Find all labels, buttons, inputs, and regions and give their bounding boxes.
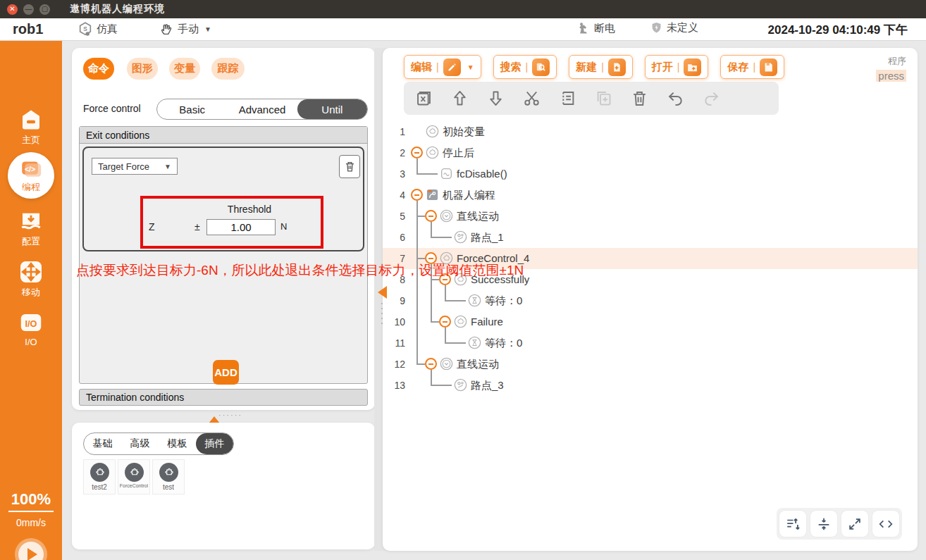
tree-row[interactable]: 4机器人编程 — [383, 185, 918, 206]
library-tab-插件[interactable]: 插件 — [196, 433, 233, 454]
tree-connector — [416, 311, 418, 332]
puzzle-icon — [125, 463, 144, 482]
button-separator: | — [753, 61, 755, 73]
robot-icon — [426, 188, 439, 201]
library-tab-基础[interactable]: 基础 — [84, 433, 121, 454]
robot-name: rob1 — [13, 21, 43, 37]
mode-selector[interactable]: 手动 ▼ — [159, 21, 211, 37]
tree-row-number: 9 — [387, 295, 405, 306]
program-corner: 程序 press — [876, 55, 906, 82]
redo-button — [702, 89, 721, 108]
collapse-toggle[interactable] — [411, 189, 423, 201]
puzzle-icon — [159, 463, 178, 482]
move-up-button[interactable] — [450, 89, 469, 108]
file-button-编辑[interactable]: 编辑|▼ — [404, 55, 481, 79]
play-button[interactable] — [15, 538, 47, 560]
collapse-toggle[interactable] — [425, 210, 437, 222]
sidebar-item-移动[interactable]: 移动 — [0, 259, 62, 299]
power-status[interactable]: 断电 — [576, 21, 615, 35]
pencil-icon — [443, 58, 461, 76]
tree-node-label: 直线运动 — [457, 210, 499, 223]
window-title: 遨博机器人编程环境 — [70, 3, 165, 15]
tree-row[interactable]: 5直线运动 — [383, 206, 918, 227]
tree-connector — [431, 290, 432, 311]
mode-tab-advanced[interactable]: Advanced — [227, 99, 297, 119]
file-button-搜索[interactable]: 搜索| — [493, 55, 557, 79]
window-close-button[interactable]: ✕ — [7, 4, 18, 15]
library-tab-高级[interactable]: 高级 — [121, 433, 159, 454]
program-name: press — [876, 70, 906, 82]
tree-row[interactable]: 10Failure — [383, 311, 918, 332]
cut-button[interactable] — [522, 89, 541, 108]
simulation-toggle[interactable]: S 仿真 — [78, 21, 118, 37]
paste-list-button[interactable] — [558, 89, 577, 108]
collapse-all-button[interactable] — [810, 511, 837, 537]
tree-row[interactable]: 11等待：0 — [383, 332, 918, 354]
file-button-新建[interactable]: 新建| — [569, 55, 633, 79]
mode-tab-until[interactable]: Until — [297, 99, 367, 119]
splitter-collapse-arrow[interactable] — [378, 286, 387, 299]
move-down-button[interactable] — [486, 89, 505, 108]
tree-connector — [416, 354, 418, 364]
tree-connector — [431, 370, 432, 375]
collapse-toggle[interactable] — [439, 316, 451, 328]
delete-condition-button[interactable] — [339, 155, 360, 178]
undo-button[interactable] — [666, 89, 685, 108]
file-button-打开[interactable]: 打开| — [645, 55, 709, 79]
library-tab-模板[interactable]: 模板 — [159, 433, 196, 454]
sidebar-item-I/O[interactable]: I/OI/O — [0, 310, 62, 347]
tree-row[interactable]: 2停止后 — [383, 142, 918, 163]
tree-connector — [431, 375, 432, 385]
tab-图形[interactable]: 图形 — [127, 58, 158, 80]
safety-status[interactable]: 未定义 — [650, 21, 698, 35]
window-maximize-button[interactable]: ▢ — [39, 4, 50, 15]
condition-card: Target Force ▼ Threshold Z ± N — [82, 147, 364, 251]
title-bar: ✕ — ▢ 遨博机器人编程环境 — [0, 0, 926, 18]
remove-node-button[interactable] — [414, 89, 433, 108]
collapse-toggle[interactable] — [425, 358, 437, 370]
tree-connector — [445, 342, 466, 344]
tab-变量[interactable]: 变量 — [169, 58, 200, 80]
window-minimize-button[interactable]: — — [23, 4, 34, 15]
tree-row-number: 2 — [387, 147, 405, 158]
sidebar-item-主页[interactable]: 主页 — [0, 107, 62, 147]
sidebar-item-编程[interactable]: </>编程 — [8, 152, 54, 199]
button-separator: | — [526, 61, 529, 73]
mode-tab-basic[interactable]: Basic — [157, 99, 227, 119]
tab-跟踪[interactable]: 跟踪 — [211, 58, 245, 80]
tab-命令[interactable]: 命令 — [83, 58, 114, 80]
tree-row[interactable]: 1初始变量 — [383, 121, 918, 142]
termination-conditions-header[interactable]: Termination conditions — [79, 389, 368, 406]
svg-text:</>: </> — [25, 165, 35, 173]
robot-power-icon — [576, 21, 591, 35]
power-status-label: 断电 — [594, 22, 615, 35]
add-condition-button[interactable]: ADD — [213, 360, 239, 385]
plugin-label: ForceControl — [120, 483, 148, 488]
speed-percent[interactable]: 100% — [0, 490, 62, 512]
delete-button[interactable] — [630, 89, 649, 108]
tree-row[interactable]: 12直线运动 — [383, 354, 918, 375]
collapse-toggle[interactable] — [411, 147, 423, 158]
tree-node-label: 等待：0 — [485, 337, 522, 350]
expand-view-button[interactable] — [841, 511, 868, 537]
tree-row[interactable]: 3fcDisable() — [383, 163, 918, 185]
tree-row[interactable]: 6路点_1 — [383, 227, 918, 248]
plugin-test[interactable]: test — [152, 459, 185, 494]
sort-lines-button[interactable] — [779, 511, 806, 537]
tree-row[interactable]: 9等待：0 — [383, 290, 918, 311]
exit-conditions-header[interactable]: Exit conditions — [80, 127, 367, 144]
condition-type-select[interactable]: Target Force ▼ — [92, 158, 178, 175]
home-icon — [18, 107, 44, 132]
sidebar-item-配置[interactable]: 配置 — [0, 209, 62, 248]
plugin-list: test2ForceControltest — [83, 459, 185, 494]
file-button-保存[interactable]: 保存| — [720, 55, 784, 79]
plugin-ForceControl[interactable]: ForceControl — [118, 459, 150, 494]
condition-type-value: Target Force — [98, 161, 149, 172]
tree-connector — [431, 385, 452, 386]
io-icon: I/O — [18, 310, 44, 335]
program-corner-label: 程序 — [876, 55, 906, 68]
tree-row[interactable]: 13路点_3 — [383, 375, 918, 396]
code-view-button[interactable] — [872, 511, 899, 537]
plugin-test2[interactable]: test2 — [83, 459, 116, 494]
puzzle-icon — [90, 463, 109, 482]
